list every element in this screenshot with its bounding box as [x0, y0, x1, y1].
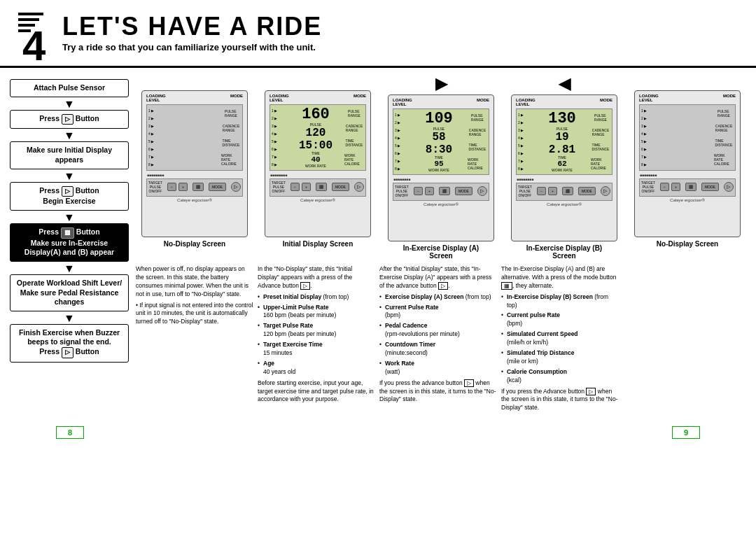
- initial-outro: Before starting exercise, input your age…: [258, 379, 375, 405]
- device-no-display-1: LOADINGLEVEL MODE 1 ▶ 2 ▶ 3 ▶: [136, 75, 253, 260]
- mode-btn-2[interactable]: MODE: [332, 183, 349, 191]
- mode-btn-3[interactable]: MODE: [455, 187, 472, 195]
- step-press3-highlighted: Press ▦ Button Make sure In-ExerciseDisp…: [10, 223, 129, 262]
- display-3-main: 109: [425, 111, 453, 127]
- exercise-a-bullet-5: Work Rate(watt): [379, 360, 497, 377]
- arrow-1: ▼: [10, 99, 129, 110]
- advance-btn-icon-1: ▷: [62, 114, 74, 125]
- mode-btn-1[interactable]: MODE: [209, 183, 226, 191]
- initial-intro: In the "No-Display" state, this "Initial…: [258, 265, 375, 290]
- page-wrapper: 4 LET'S HAVE A RIDE Try a ride so that y…: [0, 0, 756, 443]
- exercise-b-bullet-4: Simulated Trip Distance(mile or km): [501, 349, 619, 366]
- exercise-b-bullet-3: Simulated Current Speed(mile/h or km/h): [501, 330, 619, 347]
- step-operate: Operate Workload Shift Lever/ Make sure …: [10, 274, 129, 311]
- page-number-left: 8: [56, 426, 84, 439]
- initial-bullet-list: Preset Initial Display (from top) Upper-…: [258, 293, 375, 377]
- display-4-sub3: 62: [552, 160, 573, 168]
- lower-panel-3: TARGETPULSEON/OFF − + ⬛ MODE ▷: [393, 183, 489, 201]
- devices-row: LOADINGLEVEL MODE 1 ▶ 2 ▶ 3 ▶: [136, 75, 746, 260]
- arrow-to-a: ▶: [435, 75, 447, 93]
- initial-bullet-5: Age40 years old: [258, 360, 375, 377]
- step-initial-display: Make sure Initial Display appears: [10, 141, 129, 169]
- display-1-empty: 1 ▶ 2 ▶ 3 ▶ 4 ▶ 5 ▶ 6 ▶ 7 ▶ 8 ▶: [146, 104, 243, 171]
- label-no-display-1: No-Display Screen: [164, 240, 225, 248]
- minus-btn-2[interactable]: −: [290, 183, 300, 191]
- lower-panel-5: TARGETPULSEON/OFF − + ⬛ MODE ▷: [639, 178, 736, 197]
- brand-3: Cateye ergociser®: [391, 202, 491, 206]
- initial-bullet-1: Preset Initial Display (from top): [258, 293, 375, 302]
- display-3-sub2: 8:30: [426, 144, 452, 155]
- no-display-p1: When power is off, no display appears on…: [136, 265, 253, 299]
- set-btn-3[interactable]: ⬛: [439, 187, 450, 195]
- minus-btn-1[interactable]: −: [167, 183, 176, 191]
- minus-btn-5[interactable]: −: [660, 183, 669, 191]
- advance-btn-3[interactable]: ▷: [477, 186, 487, 196]
- no-display-p2: • If input signal is not entered into th…: [136, 302, 253, 327]
- exercise-a-bullet-1: Exercise Display (A) Screen (from top): [379, 293, 497, 302]
- exercise-b-intro: The In-Exercise Display (A) and (B) are …: [501, 265, 619, 290]
- plus-btn-1[interactable]: +: [178, 183, 188, 191]
- text-panel-spacer-5: [623, 265, 741, 415]
- display-2-sub3: 40: [305, 156, 326, 164]
- initial-bullet-3: Target Pulse Rate120 bpm (beats per minu…: [258, 322, 375, 339]
- advance-btn-4[interactable]: ▷: [601, 186, 610, 196]
- advance-btn-icon-2: ▷: [62, 186, 74, 197]
- exercise-b-bullet-2: Current pulse Rate(bpm): [501, 311, 619, 328]
- display-2-initial: 1 ▶ 2 ▶ 3 ▶ 4 ▶ 5 ▶ 6 ▶ 7 ▶ 8 ▶: [270, 104, 366, 171]
- lower-panel-2: TARGETPULSEON/OFF − + ⬛ MODE ▷: [270, 178, 366, 197]
- arrow-4: ▼: [10, 212, 129, 223]
- page-subtitle: Try a ride so that you can familiarize y…: [62, 42, 322, 52]
- exercise-b-bullet-5: Calorie Consumption(kcal): [501, 368, 619, 385]
- plus-btn-4[interactable]: +: [548, 187, 557, 195]
- display-3-sub3: 95: [428, 160, 449, 168]
- device-unit-5: LOADINGLEVEL MODE 1 ▶ 2 ▶ 3 ▶ 4 ▶: [634, 90, 741, 237]
- brand-2: Cateye ergociser®: [267, 198, 368, 202]
- initial-bullet-2: Upper-Limit Pulse Rate160 bpm (beats per…: [258, 304, 375, 321]
- lower-panel-4: TARGETPULSEON/OFF − + ⬛ MODE ▷: [516, 183, 612, 201]
- label-no-display-2: No-Display Screen: [657, 240, 718, 248]
- arrow-3: ▼: [10, 171, 129, 182]
- plus-btn-5[interactable]: +: [671, 183, 680, 191]
- device-unit-1: LOADINGLEVEL MODE 1 ▶ 2 ▶ 3 ▶: [141, 90, 248, 237]
- page-number-right: 9: [672, 426, 700, 439]
- mode-btn-icon: ▦: [61, 227, 74, 239]
- header-text-block: LET'S HAVE A RIDE Try a ride so that you…: [62, 13, 322, 52]
- exercise-b-outro: If you press the Advance button ▷ when t…: [501, 388, 619, 413]
- device-no-display-2: LOADINGLEVEL MODE 1 ▶ 2 ▶ 3 ▶ 4 ▶: [629, 75, 746, 260]
- page-title: LET'S HAVE A RIDE: [62, 13, 322, 41]
- text-panels-row: When power is off, no display appears on…: [136, 265, 746, 415]
- plus-btn-3[interactable]: +: [425, 187, 434, 195]
- indicator-row-1: ■■■■■■■■: [144, 172, 245, 178]
- advance-btn-5[interactable]: ▷: [724, 182, 734, 192]
- page-footer: 8 9: [0, 422, 756, 443]
- step-attach: Attach Pulse Sensor: [10, 79, 129, 97]
- advance-btn-2[interactable]: ▷: [354, 182, 364, 192]
- page-header: 4 LET'S HAVE A RIDE Try a ride so that y…: [0, 0, 756, 68]
- minus-btn-3[interactable]: −: [414, 187, 423, 195]
- text-panel-initial: In the "No-Display" state, this "Initial…: [258, 265, 375, 415]
- mode-btn-5[interactable]: MODE: [701, 183, 719, 191]
- display-3-sub1: 58: [432, 132, 445, 143]
- label-in-exercise-a: In-Exercise Display (A)Screen: [403, 244, 479, 260]
- set-btn-1[interactable]: ⬛: [192, 183, 204, 191]
- minus-btn-4[interactable]: −: [537, 187, 546, 195]
- chapter-number-graphic: 4: [17, 13, 55, 60]
- exercise-a-bullet-list: Exercise Display (A) Screen (from top) C…: [379, 293, 497, 377]
- brand-4: Cateye ergociser®: [514, 202, 615, 206]
- advance-btn-icon-3: ▷: [62, 347, 74, 358]
- label-in-exercise-b: In-Exercise Display (B)Screen: [526, 244, 602, 260]
- device-unit-3: LOADINGLEVEL MODE 1 ▶ 2 ▶ 3 ▶ 4 ▶: [388, 94, 494, 241]
- arrow-2: ▼: [10, 130, 129, 141]
- mode-btn-4[interactable]: MODE: [578, 187, 596, 195]
- set-btn-5[interactable]: ⬛: [685, 183, 696, 191]
- set-btn-2[interactable]: ⬛: [316, 183, 327, 191]
- set-btn-4[interactable]: ⬛: [562, 187, 573, 195]
- text-panel-exercise-a: After the "Initial Display" state, this …: [379, 265, 497, 415]
- display-3-a: 1 ▶ 2 ▶ 3 ▶ 4 ▶ 5 ▶ 6 ▶ 7 ▶ 8 ▶: [393, 108, 489, 175]
- initial-bullet-4: Target Exercise Time15 minutes: [258, 341, 375, 358]
- advance-btn-1[interactable]: ▷: [231, 182, 241, 192]
- plus-btn-2[interactable]: +: [302, 183, 311, 191]
- display-5-empty: 1 ▶ 2 ▶ 3 ▶ 4 ▶ 5 ▶ 6 ▶ 7 ▶ 8 ▶: [639, 104, 736, 171]
- step-press1: Press ▷ Button: [10, 110, 129, 129]
- display-4-sub2: 2.81: [549, 144, 575, 155]
